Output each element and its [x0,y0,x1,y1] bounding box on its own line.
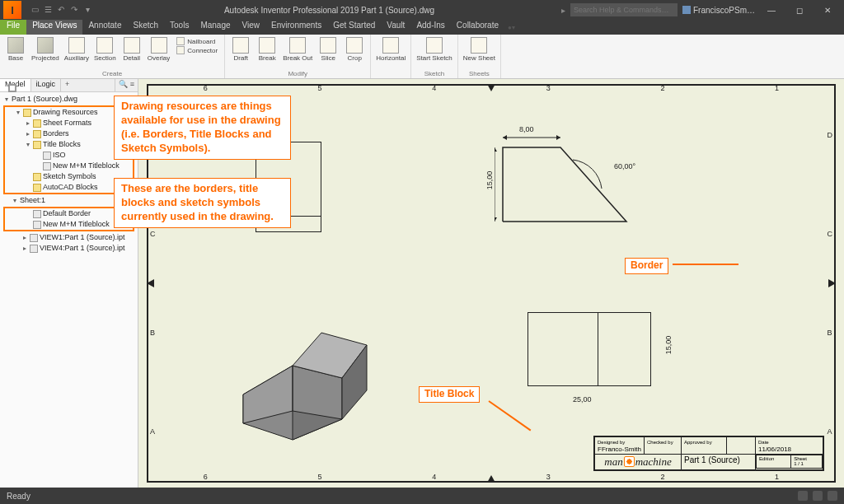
base-button[interactable]: Base [3,36,28,63]
start-sketch-label: Start Sketch [416,54,452,62]
gear-icon [624,456,635,467]
ruler-mark: C [150,230,156,238]
breakout-button[interactable]: Break Out [281,36,314,63]
tab-sketch[interactable]: Sketch [127,20,164,35]
crop-button[interactable]: Crop [342,36,367,63]
tab-vault[interactable]: Vault [381,20,410,35]
tab-collaborate[interactable]: Collaborate [451,20,504,35]
browser-tab-ilogic[interactable]: iLogic [31,79,62,91]
status-tool-icon[interactable] [813,491,823,501]
tree-view1[interactable]: ▸VIEW1:Part 1 (Source).ipt [2,232,136,243]
quick-access-toolbar[interactable]: ▭ ☰ ↶ ↷ ▾ [25,5,97,15]
ribbon: Base Projected Auxiliary Section Detail … [0,35,844,79]
ruler-mark: 6 [204,473,208,481]
search-help-input[interactable] [570,3,678,16]
new-sheet-icon [471,37,487,54]
connector-icon [176,46,185,54]
tab-annotate[interactable]: Annotate [82,20,127,35]
projected-icon [37,37,54,54]
break-button[interactable]: Break [255,36,279,63]
connector-label: Connector [187,47,218,54]
detail-button[interactable]: Detail [120,36,144,63]
nailboard-button[interactable]: Nailboard [176,37,218,45]
drawing-canvas[interactable]: 654321 654321 DCBA DCBA [138,79,844,488]
qat-save-icon[interactable]: ☰ [43,5,53,15]
annotation-used: These are the borders, title blocks and … [114,178,291,228]
tb-sheet-value: 1 / 1 [794,461,804,466]
folder-icon [33,119,41,128]
window-close-icon[interactable]: ✕ [816,6,839,15]
ruler-mark: A [150,427,156,436]
section-button[interactable]: Section [92,36,118,63]
tree-sf-label: Sheet Formats [43,118,91,128]
tb-spacer [729,440,731,445]
qat-redo-icon[interactable]: ↷ [69,5,79,15]
view-isometric[interactable] [223,300,396,448]
workspace: Model iLogic + 🔍 ≡ ▾Part 1 (Source).dwg … [0,79,844,488]
ruler-mark: 2 [660,84,664,92]
new-sheet-button[interactable]: New Sheet [462,36,497,63]
tab-overflow-icon[interactable]: ●▾ [504,24,518,31]
overlay-button[interactable]: Overlay [146,36,172,63]
start-sketch-button[interactable]: Start Sketch [415,36,454,63]
ruler-mark: A [828,427,833,436]
tab-tools[interactable]: Tools [164,20,195,35]
browser-tabs: Model iLogic + 🔍 ≡ [0,79,138,92]
draft-label: Draft [234,54,248,62]
tab-environments[interactable]: Environments [265,20,327,35]
qat-open-icon[interactable]: ▭ [30,5,40,15]
tab-view[interactable]: View [237,20,266,35]
svg-marker-1 [503,135,507,140]
tab-manage[interactable]: Manage [195,20,236,35]
slice-button[interactable]: Slice [316,36,340,63]
center-mark-bottom-icon [487,475,495,483]
tab-addins[interactable]: Add-Ins [410,20,450,35]
tree-tb-iso-label: ISO [53,150,66,161]
tb-approved-by-label: Approved by [684,440,712,445]
title-block[interactable]: Designed byFFranco-Smith Checked by Appr… [593,436,824,471]
status-text: Ready [7,492,30,501]
horizontal-button[interactable]: Horizontal [374,36,407,63]
base-icon [7,37,24,54]
slice-icon [320,37,336,54]
dim-width: 8,00 [519,125,534,133]
status-tool-icon[interactable] [798,491,808,501]
section-label: Section [94,54,116,62]
qat-undo-icon[interactable]: ↶ [56,5,66,15]
titleblock-icon [33,221,41,229]
center-mark-right-icon [828,279,836,287]
sheet-icon [8,84,16,92]
window-minimize-icon[interactable]: — [760,6,783,15]
status-tool-icon[interactable] [828,491,837,501]
tree-tb-label: Title Blocks [43,139,81,150]
projected-label: Projected [31,54,59,62]
connector-button[interactable]: Connector [176,46,218,54]
tree-view4-label: VIEW4:Part 1 (Source).ipt [40,243,125,254]
ruler-mark: 4 [432,84,436,92]
border-icon [33,210,41,218]
auxiliary-button[interactable]: Auxiliary [63,36,91,63]
tree-tb-new[interactable]: New M+M Titleblock [5,161,133,171]
dim-angle: 60,00° [614,162,635,170]
browser-tab-add-icon[interactable]: + [61,79,73,91]
window-maximize-icon[interactable]: ◻ [788,6,811,15]
view-side[interactable] [495,114,684,246]
file-tab[interactable]: File [0,20,26,35]
tab-place-views[interactable]: Place Views [26,20,82,35]
projected-button[interactable]: Projected [30,36,61,63]
crop-label: Crop [348,54,362,62]
qat-more-icon[interactable]: ▾ [82,5,92,15]
auxiliary-label: Auxiliary [64,54,89,62]
ruler-mark: 4 [432,473,436,481]
ruler-mark: B [828,329,833,337]
detail-label: Detail [123,54,139,62]
browser-search-icon[interactable]: 🔍 ≡ [115,79,138,91]
tree-view4[interactable]: ▸VIEW4:Part 1 (Source).ipt [2,243,136,254]
draft-button[interactable]: Draft [228,36,253,63]
tb-checked-by-label: Checked by [647,440,673,445]
modify-group-label: Modify [228,70,367,77]
spacer-label [374,70,407,77]
tab-get-started[interactable]: Get Started [327,20,381,35]
view-plan[interactable] [528,312,651,386]
user-chip[interactable]: FranciscoPSm… [682,6,755,15]
